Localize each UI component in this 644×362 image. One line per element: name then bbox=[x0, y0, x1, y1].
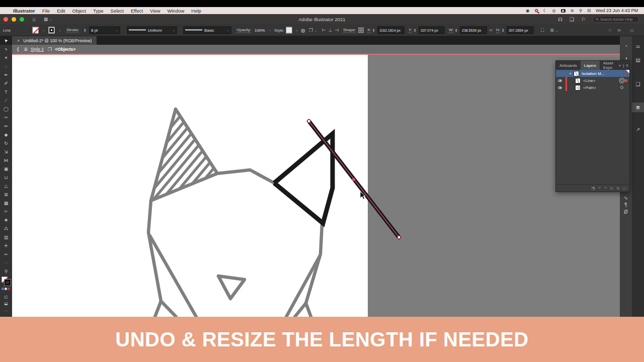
screen-record-icon[interactable]: ◎ bbox=[552, 8, 555, 13]
canvas-area[interactable] bbox=[12, 54, 620, 317]
brush-definition-select[interactable]: Basic⌄ bbox=[183, 26, 231, 34]
app-badge-icon[interactable]: ❂ bbox=[534, 8, 538, 13]
artboard-tool[interactable]: ✛ bbox=[0, 241, 12, 250]
y-label[interactable]: Y: bbox=[409, 27, 412, 33]
align-center-icon[interactable]: ⊥ bbox=[328, 27, 333, 33]
help-search-field[interactable]: ⚲ Search Adobe Help bbox=[593, 16, 639, 23]
more-tools-icon[interactable]: … bbox=[0, 307, 12, 313]
free-transform-tool[interactable]: ▣ bbox=[0, 164, 12, 173]
wifi-icon[interactable]: ≋ bbox=[571, 8, 574, 13]
panel-tab-asset-expo[interactable]: Asset Expo bbox=[600, 61, 617, 70]
panel-menu-icon[interactable]: ≡ bbox=[626, 63, 628, 68]
constrain-proportions-icon[interactable]: ⫘ bbox=[489, 28, 493, 33]
opacity-chevron-icon[interactable]: › bbox=[269, 28, 270, 32]
color-mode-icon[interactable] bbox=[2, 288, 4, 290]
eyedropper-tool[interactable]: ⌲ bbox=[0, 207, 12, 216]
cat-outline-path[interactable] bbox=[151, 109, 217, 201]
enter-isolation-icon[interactable]: ↶ bbox=[598, 186, 602, 191]
x-label[interactable]: X: bbox=[367, 27, 371, 33]
menu-item-window[interactable]: Window bbox=[168, 8, 185, 14]
cat-outline-path[interactable] bbox=[306, 225, 322, 317]
gradient-tool[interactable]: ▩ bbox=[0, 199, 12, 207]
artwork-svg[interactable] bbox=[12, 54, 620, 317]
hand-tool[interactable]: ☜ bbox=[0, 258, 12, 267]
layer-name[interactable]: Isolation M... bbox=[582, 71, 604, 76]
layer-row-3[interactable]: ◁<Path> bbox=[556, 84, 629, 91]
discover-bulb-icon[interactable]: ⚐ bbox=[581, 17, 586, 22]
menu-item-effect[interactable]: Effect bbox=[131, 8, 143, 14]
zoom-window-button[interactable] bbox=[20, 17, 24, 22]
pen-tool[interactable]: ✒ bbox=[0, 70, 12, 79]
shaper-tool[interactable]: ✏ bbox=[0, 122, 12, 130]
delete-layer-icon[interactable]: ▭ bbox=[622, 186, 626, 191]
scale-tool[interactable]: ⇲ bbox=[0, 147, 12, 156]
gradient-mode-icon[interactable] bbox=[8, 288, 10, 290]
record-icon[interactable]: ◉ bbox=[526, 8, 529, 13]
zoom-tool[interactable]: ⚲ bbox=[0, 267, 12, 276]
opacity-label[interactable]: Opacity: bbox=[236, 27, 251, 33]
x-position-field[interactable]: 1162.1814 px bbox=[377, 26, 405, 34]
stroke-panel-icon[interactable]: ∿ bbox=[620, 195, 632, 201]
pathfinder-panel-icon[interactable]: ❏ bbox=[632, 81, 644, 87]
visibility-eye-icon[interactable] bbox=[558, 79, 562, 82]
menu-item-select[interactable]: Select bbox=[111, 8, 124, 14]
new-layer-icon[interactable]: ⊞ bbox=[616, 186, 620, 191]
layer-thumbnail[interactable]: ◁ bbox=[575, 85, 581, 90]
paintbrush-tool[interactable]: ✑ bbox=[0, 113, 12, 122]
keyboard-layout-icon[interactable]: A bbox=[561, 9, 566, 13]
line-segment-tool[interactable]: ∕ bbox=[0, 96, 12, 105]
collapse-panel-icon[interactable]: » bbox=[619, 63, 621, 68]
isolate-selected-icon[interactable]: ⊫ bbox=[618, 28, 621, 32]
width-field[interactable]: 238.5539 px bbox=[460, 26, 487, 34]
reference-point-locator[interactable] bbox=[358, 27, 364, 33]
layers-dock-icon[interactable]: ≣ bbox=[632, 103, 644, 112]
arrange-docs-icon[interactable]: ❏ bbox=[570, 17, 574, 22]
cat-outline-path[interactable] bbox=[295, 303, 306, 317]
layer-name[interactable]: <Line> bbox=[583, 78, 595, 83]
graphic-style-swatch[interactable] bbox=[286, 27, 292, 33]
arrange-icon[interactable]: ∷ bbox=[609, 28, 611, 32]
control-center-icon[interactable]: ⊟ bbox=[587, 8, 591, 13]
cat-outline-path[interactable] bbox=[218, 276, 245, 299]
transform-options-icon[interactable]: ⧉⌄ bbox=[550, 27, 558, 33]
recolor-artwork-icon[interactable]: ◍ bbox=[301, 27, 305, 33]
moon-icon[interactable]: ☾ bbox=[543, 8, 547, 13]
symbol-sprayer-tool[interactable]: ⁂ bbox=[0, 224, 12, 233]
selection-tool[interactable]: ➤ bbox=[0, 36, 12, 45]
document-setup-icon[interactable]: ❐⌄ bbox=[309, 28, 317, 33]
document-tab[interactable]: × Untitled-2* @ 100 % (RGB/Preview) bbox=[12, 36, 97, 45]
exit-isolation-back-icon[interactable]: ❬ bbox=[16, 47, 20, 52]
cat-outline-path[interactable] bbox=[148, 201, 161, 317]
style-chevron-icon[interactable]: ⌄ bbox=[295, 28, 298, 32]
spotlight-icon[interactable]: ⚲ bbox=[579, 8, 582, 13]
shape-label[interactable]: Shape: bbox=[343, 27, 356, 33]
share-icon[interactable]: ☊ bbox=[558, 17, 562, 22]
locate-object-icon[interactable]: ⌖ bbox=[605, 186, 607, 191]
color-mode-row[interactable] bbox=[2, 288, 11, 290]
mesh-tool[interactable]: ⊞ bbox=[0, 190, 12, 199]
menu-item-help[interactable]: Help bbox=[191, 8, 201, 14]
menu-item-object[interactable]: Object bbox=[72, 8, 86, 14]
curvature-tool[interactable]: ✐ bbox=[0, 79, 12, 87]
cat-outline-path[interactable] bbox=[217, 170, 274, 183]
fill-chevron-icon[interactable]: ⌄ bbox=[42, 28, 45, 32]
line-midpoint-handle[interactable] bbox=[352, 178, 355, 181]
app-menu[interactable]: Illustrator bbox=[13, 8, 35, 14]
breadcrumb-layer[interactable]: Style 2 bbox=[31, 47, 44, 52]
type-tool[interactable]: T bbox=[0, 87, 12, 96]
layer-row-2[interactable]: ╲<Line> bbox=[556, 77, 629, 84]
graph-tool[interactable]: ▥ bbox=[0, 233, 12, 241]
draw-mode-icon[interactable]: ◱ bbox=[0, 294, 12, 300]
stroke-weight-label[interactable]: Stroke: bbox=[66, 27, 79, 33]
panel-tab-layers[interactable]: Layers bbox=[581, 61, 600, 70]
menu-item-view[interactable]: View bbox=[150, 8, 160, 14]
eraser-tool[interactable]: ◆ bbox=[0, 130, 12, 139]
opacity-value[interactable]: 100% bbox=[255, 28, 265, 32]
paragraph-panel-icon[interactable]: ¶ bbox=[620, 202, 632, 208]
stroke-stepper[interactable]: ▲▼ bbox=[84, 28, 86, 32]
stroke-color-swatch[interactable] bbox=[5, 280, 11, 286]
magic-wand-tool[interactable]: ✶ bbox=[0, 53, 12, 62]
black-ear-path[interactable] bbox=[274, 134, 333, 223]
stroke-swatch[interactable] bbox=[48, 27, 55, 33]
panel-options-icon[interactable]: ▤ bbox=[630, 28, 634, 32]
